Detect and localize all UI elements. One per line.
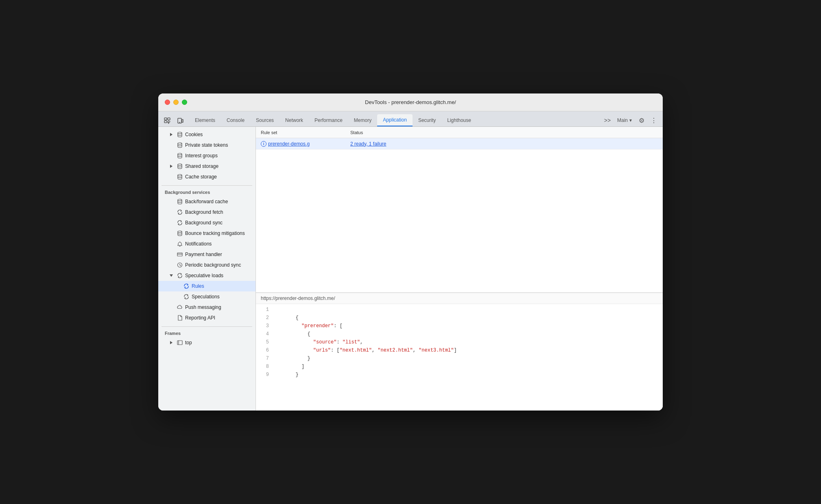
tab-security[interactable]: Security	[413, 114, 441, 126]
bell-icon	[177, 241, 183, 247]
ruleset-header: Rule set	[256, 130, 345, 135]
divider	[158, 182, 255, 185]
status-link[interactable]: 2 ready, 1 failure	[350, 141, 386, 147]
tab-application[interactable]: Application	[377, 114, 413, 126]
card-icon	[177, 252, 183, 257]
line-number: 7	[256, 354, 272, 363]
line-content: }	[272, 354, 310, 363]
top-frame-label: top	[185, 340, 192, 345]
code-line: 6 "urls": ["next.html", "next2.html", "n…	[256, 346, 663, 354]
chevron-down-icon: ▾	[629, 117, 632, 123]
tab-lighthouse[interactable]: Lighthouse	[441, 114, 477, 126]
push-messaging-label: Push messaging	[185, 304, 221, 310]
spacer-icon	[168, 152, 175, 159]
expand-icon	[168, 272, 175, 279]
svg-rect-0	[164, 118, 167, 120]
sidebar-item-top-frame[interactable]: top	[158, 337, 255, 348]
doc-icon	[177, 315, 183, 321]
line-number: 1	[256, 306, 272, 314]
db-icon	[177, 174, 183, 180]
spacer-icon	[168, 174, 175, 180]
spacer-icon	[168, 198, 175, 205]
device-toolbar-icon[interactable]	[175, 115, 186, 126]
tab-sources[interactable]: Sources	[250, 114, 279, 126]
speculations-label: Speculations	[192, 294, 220, 300]
status-cell: 2 ready, 1 failure	[345, 141, 663, 147]
sidebar-item-private-state-tokens[interactable]: Private state tokens	[158, 140, 255, 150]
spacer-icon	[168, 209, 175, 215]
maximize-button[interactable]	[182, 100, 187, 105]
minimize-button[interactable]	[173, 100, 179, 105]
spacer-icon	[175, 293, 181, 300]
more-options-icon[interactable]: ⋮	[648, 115, 659, 126]
code-line: 5 "source": "list",	[256, 338, 663, 346]
sidebar-item-background-sync[interactable]: Background sync	[158, 217, 255, 228]
sidebar-item-bounce-tracking[interactable]: Bounce tracking mitigations	[158, 228, 255, 239]
svg-point-12	[178, 231, 182, 232]
sidebar-item-cache-storage[interactable]: Cache storage	[158, 172, 255, 182]
tab-memory[interactable]: Memory	[348, 114, 377, 126]
frame-icon	[177, 340, 183, 345]
sidebar: Cookies Private state tokens Inter	[158, 127, 256, 411]
code-line: 8 ]	[256, 363, 663, 371]
background-sync-label: Background sync	[185, 220, 223, 226]
periodic-background-sync-label: Periodic background sync	[185, 262, 241, 268]
sync-icon	[183, 283, 189, 289]
sidebar-item-back-forward-cache[interactable]: Back/forward cache	[158, 196, 255, 207]
sidebar-item-speculative-loads[interactable]: Speculative loads	[158, 270, 255, 281]
cookies-label: Cookies	[185, 132, 203, 137]
sync-icon	[177, 273, 183, 278]
sidebar-item-payment-handler[interactable]: Payment handler	[158, 249, 255, 260]
line-content: {	[272, 314, 299, 322]
tab-bar: Elements Console Sources Network Perform…	[158, 111, 663, 127]
sidebar-item-rules[interactable]: Rules	[158, 281, 255, 291]
code-line: 7 }	[256, 354, 663, 363]
background-services-header: Background services	[158, 186, 255, 196]
svg-point-8	[178, 153, 182, 155]
ruleset-link[interactable]: prerender-demos.g	[268, 141, 310, 147]
sidebar-item-notifications[interactable]: Notifications	[158, 239, 255, 249]
ruleset-cell: i prerender-demos.g	[256, 141, 345, 147]
spacer-icon	[168, 251, 175, 258]
line-content: }	[272, 371, 299, 379]
tab-elements[interactable]: Elements	[189, 114, 221, 126]
db-icon	[177, 153, 183, 159]
sidebar-item-periodic-background-sync[interactable]: Periodic background sync	[158, 260, 255, 270]
bounce-tracking-label: Bounce tracking mitigations	[185, 230, 245, 236]
line-number: 2	[256, 314, 272, 322]
line-number: 3	[256, 322, 272, 330]
tab-console[interactable]: Console	[221, 114, 250, 126]
sidebar-item-speculations[interactable]: Speculations	[158, 291, 255, 302]
more-tabs-button[interactable]: >>	[602, 115, 613, 126]
sidebar-item-background-fetch[interactable]: Background fetch	[158, 207, 255, 217]
sidebar-item-push-messaging[interactable]: Push messaging	[158, 302, 255, 313]
window-title: DevTools - prerender-demos.glitch.me/	[365, 99, 456, 105]
sidebar-item-reporting-api[interactable]: Reporting API	[158, 313, 255, 323]
spacer-icon	[168, 142, 175, 148]
interest-groups-label: Interest groups	[185, 153, 218, 159]
settings-icon[interactable]: ⚙	[636, 115, 647, 126]
tab-right-controls: >> Main ▾ ⚙ ⋮	[602, 114, 659, 126]
back-forward-cache-label: Back/forward cache	[185, 199, 228, 204]
tab-network[interactable]: Network	[279, 114, 309, 126]
line-content: "source": "list",	[272, 338, 363, 346]
main-dropdown[interactable]: Main ▾	[614, 114, 635, 126]
svg-rect-13	[177, 253, 182, 256]
table-row[interactable]: i prerender-demos.g 2 ready, 1 failure	[256, 138, 663, 150]
line-content: "prerender": [	[272, 322, 343, 330]
status-header: Status	[345, 130, 663, 135]
inspect-icon[interactable]	[162, 115, 173, 126]
payment-handler-label: Payment handler	[185, 252, 222, 257]
tab-performance[interactable]: Performance	[309, 114, 348, 126]
sidebar-item-shared-storage[interactable]: Shared storage	[158, 161, 255, 172]
divider2	[158, 323, 255, 326]
db-icon	[177, 132, 183, 137]
right-panel: Rule set Status i prerender-demos.g 2 re…	[256, 127, 663, 411]
cache-storage-label: Cache storage	[185, 174, 217, 180]
sidebar-item-interest-groups[interactable]: Interest groups	[158, 150, 255, 161]
speculative-loads-label: Speculative loads	[185, 273, 223, 278]
spacer-icon	[175, 283, 181, 289]
close-button[interactable]	[165, 100, 170, 105]
spacer-icon	[168, 230, 175, 237]
sidebar-item-cookies[interactable]: Cookies	[158, 129, 255, 140]
